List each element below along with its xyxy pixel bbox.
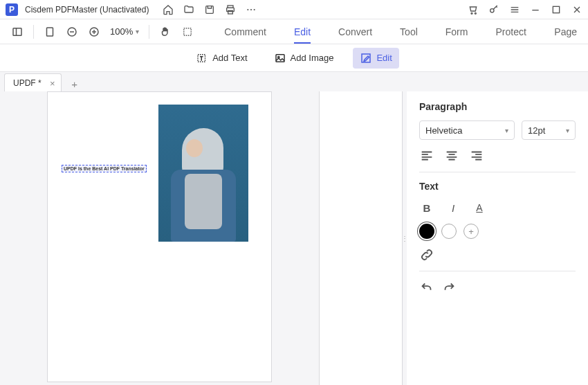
- tab-comment[interactable]: Comment: [224, 21, 266, 43]
- add-image-button[interactable]: Add Image: [267, 48, 341, 69]
- font-size-value: 12pt: [528, 125, 545, 136]
- save-icon[interactable]: [204, 4, 215, 15]
- tab-edit[interactable]: Edit: [294, 21, 311, 43]
- undo-icon[interactable]: [419, 280, 434, 295]
- paragraph-heading: Paragraph: [419, 101, 576, 112]
- font-family-select[interactable]: Helvetica ▾: [419, 120, 515, 140]
- svg-rect-0: [206, 6, 214, 13]
- canvas-area[interactable]: UPDF Is the Best AI PDF Translator: [0, 91, 320, 385]
- edit-label: Edit: [376, 53, 392, 63]
- zoom-in-icon[interactable]: [88, 26, 100, 38]
- bold-icon[interactable]: B: [419, 200, 434, 215]
- page-tab[interactable]: Page: [554, 26, 577, 37]
- more-icon[interactable]: [246, 4, 257, 15]
- alignment-row: [419, 148, 576, 163]
- tab-protect[interactable]: Protect: [495, 21, 526, 43]
- pdf-page[interactable]: UPDF Is the Best AI PDF Translator: [47, 91, 272, 382]
- edit-icon: [360, 52, 372, 64]
- document-tab-label: UPDF *: [13, 78, 42, 88]
- separator: [149, 25, 149, 39]
- edit-subtoolbar: Add Text Add Image Edit: [0, 44, 588, 72]
- document-tab-bar: UPDF * × +: [0, 72, 588, 91]
- redo-icon[interactable]: [441, 280, 457, 295]
- zoom-value: 100%: [110, 26, 133, 37]
- canvas-gutter: [320, 91, 403, 385]
- svg-point-6: [254, 8, 255, 10]
- app-icon: P: [6, 3, 18, 16]
- text-style-row: B I A: [419, 200, 576, 215]
- app-title: Cisdem PDFMaster (Unactivated): [25, 5, 149, 15]
- close-tab-icon[interactable]: ×: [50, 78, 55, 89]
- key-icon[interactable]: [488, 4, 499, 15]
- font-size-select[interactable]: 12pt ▾: [522, 120, 576, 140]
- tab-tool[interactable]: Tool: [400, 21, 418, 43]
- color-black-swatch[interactable]: [419, 224, 434, 239]
- add-image-icon: [274, 52, 286, 64]
- chevron-down-icon: ▾: [505, 127, 508, 134]
- text-heading: Text: [419, 181, 576, 192]
- print-icon[interactable]: [225, 4, 236, 15]
- svg-point-9: [490, 8, 494, 12]
- tab-form[interactable]: Form: [445, 21, 468, 43]
- underline-icon[interactable]: A: [472, 200, 487, 215]
- page-image[interactable]: [158, 105, 248, 242]
- zoom-select[interactable]: 100%▾: [110, 26, 139, 37]
- link-icon[interactable]: [419, 247, 434, 262]
- hand-tool-icon[interactable]: [159, 26, 172, 38]
- titlebar-quick-icons: [163, 4, 257, 15]
- image-content: [185, 174, 222, 229]
- add-color-icon[interactable]: +: [463, 224, 479, 239]
- sidebar-toggle-icon[interactable]: [11, 26, 24, 38]
- selected-text-box[interactable]: UPDF Is the Best AI PDF Translator: [62, 165, 147, 172]
- svg-point-4: [248, 8, 249, 10]
- history-row: [419, 280, 576, 295]
- separator: [33, 25, 34, 39]
- zoom-out-icon[interactable]: [66, 26, 78, 38]
- add-image-label: Add Image: [291, 53, 334, 63]
- svg-point-8: [475, 12, 476, 14]
- svg-rect-10: [553, 6, 559, 12]
- font-row: Helvetica ▾ 12pt ▾: [419, 120, 576, 140]
- menu-icon[interactable]: [509, 4, 520, 15]
- divider: [419, 271, 576, 271]
- window-controls: [468, 4, 582, 15]
- edit-button[interactable]: Edit: [353, 48, 398, 69]
- home-icon[interactable]: [163, 4, 174, 15]
- color-row: +: [419, 224, 576, 239]
- chevron-down-icon: ▾: [566, 127, 569, 134]
- cart-icon[interactable]: [468, 4, 479, 15]
- font-family-value: Helvetica: [425, 125, 462, 136]
- svg-rect-15: [184, 28, 192, 35]
- workspace: UPDF Is the Best AI PDF Translator ⋮ Par…: [0, 91, 588, 385]
- main-tabs: Comment Edit Convert Tool Form Protect: [224, 21, 544, 43]
- svg-point-7: [471, 12, 472, 14]
- maximize-icon[interactable]: [551, 4, 562, 15]
- align-center-icon[interactable]: [444, 148, 459, 163]
- italic-icon[interactable]: I: [445, 200, 461, 215]
- close-icon[interactable]: [571, 4, 582, 15]
- titlebar: P Cisdem PDFMaster (Unactivated): [0, 0, 588, 19]
- svg-rect-17: [276, 54, 284, 62]
- chevron-down-icon: ▾: [136, 28, 139, 35]
- add-text-label: Add Text: [212, 53, 247, 63]
- tab-convert[interactable]: Convert: [338, 21, 372, 43]
- add-text-button[interactable]: Add Text: [189, 48, 254, 69]
- align-right-icon[interactable]: [469, 148, 484, 163]
- svg-point-5: [250, 8, 252, 10]
- minimize-icon[interactable]: [530, 4, 541, 15]
- divider: [419, 172, 576, 172]
- main-toolbar: 100%▾ Comment Edit Convert Tool Form Pro…: [0, 19, 588, 44]
- fit-page-icon[interactable]: [44, 26, 56, 38]
- open-folder-icon[interactable]: [183, 4, 194, 15]
- svg-rect-11: [13, 28, 21, 35]
- image-content: [186, 139, 203, 157]
- select-area-icon[interactable]: [181, 26, 194, 38]
- color-none-swatch[interactable]: [441, 224, 457, 239]
- properties-panel: Paragraph Helvetica ▾ 12pt ▾ Text B I A: [407, 91, 588, 385]
- align-left-icon[interactable]: [419, 148, 434, 163]
- document-tab[interactable]: UPDF * ×: [4, 73, 62, 91]
- add-text-icon: [196, 52, 208, 64]
- add-tab-button[interactable]: +: [67, 76, 82, 91]
- svg-rect-12: [47, 28, 53, 36]
